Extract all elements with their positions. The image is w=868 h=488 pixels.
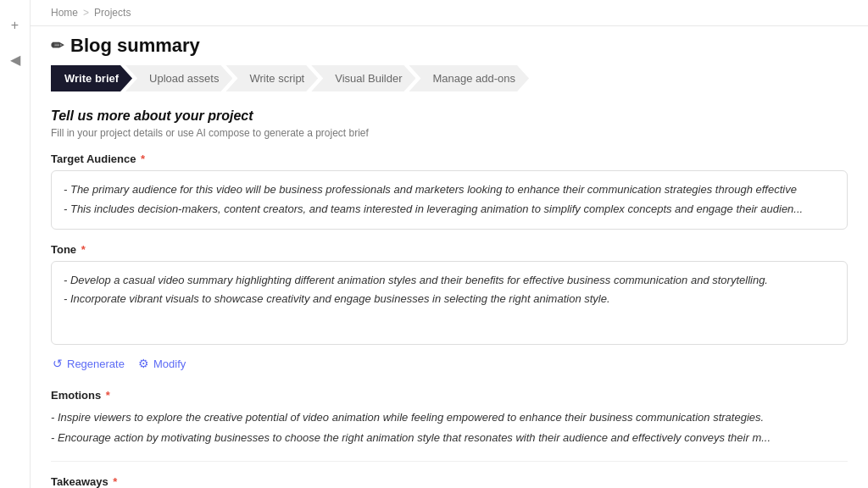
regenerate-icon: ↺	[53, 357, 63, 370]
step-write-brief[interactable]: Write brief	[51, 65, 132, 92]
form-subtitle: Fill in your project details or use AI c…	[51, 127, 848, 139]
page-title-text: Blog summary	[70, 35, 200, 57]
regenerate-button[interactable]: ↺ Regenerate	[53, 357, 125, 370]
main-content: Home > Projects ✏ Blog summary Write bri…	[31, 0, 868, 488]
sidebar: + ◀	[0, 0, 31, 488]
sidebar-plus-icon[interactable]: +	[7, 17, 24, 34]
modify-button[interactable]: ⚙ Modify	[138, 357, 186, 370]
modify-label: Modify	[153, 358, 186, 370]
top-bar: Home > Projects	[31, 0, 868, 26]
tone-actions: ↺ Regenerate ⚙ Modify	[51, 352, 848, 375]
step-manage-addons[interactable]: Manage add-ons	[409, 65, 529, 92]
sidebar-arrow-icon[interactable]: ◀	[7, 51, 24, 68]
tone-line2: - Incorporate vibrant visuals to showcas…	[64, 291, 835, 308]
step-upload-assets-label: Upload assets	[149, 72, 219, 85]
emotions-line1: - Inspire viewers to explore the creativ…	[51, 408, 848, 427]
step-write-script[interactable]: Write script	[225, 65, 318, 92]
form-main-title: Tell us more about your project	[51, 108, 848, 124]
breadcrumb-projects[interactable]: Projects	[94, 7, 131, 19]
step-manage-addons-label: Manage add-ons	[432, 72, 515, 85]
takeaways-field: Takeaways * Highlight the various animat…	[51, 475, 848, 488]
emotions-label: Emotions *	[51, 389, 848, 402]
step-visual-builder[interactable]: Visual Builder	[311, 65, 415, 92]
page-title: ✏ Blog summary	[51, 35, 200, 57]
emotions-field: Emotions * - Inspire viewers to explore …	[51, 389, 848, 447]
content-area: Tell us more about your project Fill in …	[31, 92, 868, 488]
breadcrumb: Home > Projects	[51, 7, 131, 19]
edit-icon[interactable]: ✏	[51, 36, 64, 55]
modify-icon: ⚙	[138, 357, 149, 370]
tone-content[interactable]: - Develop a casual video summary highlig…	[51, 261, 848, 346]
tone-line1: - Develop a casual video summary highlig…	[64, 272, 835, 290]
page-title-row: ✏ Blog summary	[31, 26, 868, 65]
tone-label: Tone *	[51, 243, 848, 256]
step-write-brief-label: Write brief	[64, 72, 119, 85]
step-visual-builder-label: Visual Builder	[335, 72, 402, 85]
target-audience-field: Target Audience * - The primary audience…	[51, 152, 848, 230]
emotions-line2: - Encourage action by motivating busines…	[51, 429, 848, 447]
breadcrumb-sep1: >	[83, 7, 89, 19]
target-audience-label: Target Audience *	[51, 152, 848, 165]
target-audience-line2: - This includes decision-makers, content…	[64, 201, 835, 219]
step-write-script-label: Write script	[249, 72, 304, 85]
divider1	[51, 461, 848, 462]
step-nav: Write brief Upload assets Write script V…	[31, 65, 868, 92]
takeaways-label: Takeaways *	[51, 475, 848, 488]
emotions-content: - Inspire viewers to explore the creativ…	[51, 408, 848, 447]
tone-field: Tone * - Develop a casual video summary …	[51, 243, 848, 376]
target-audience-line1: - The primary audience for this video wi…	[64, 181, 835, 199]
breadcrumb-home[interactable]: Home	[51, 7, 78, 19]
step-upload-assets[interactable]: Upload assets	[125, 65, 232, 92]
regenerate-label: Regenerate	[67, 358, 125, 370]
target-audience-content[interactable]: - The primary audience for this video wi…	[51, 170, 848, 230]
